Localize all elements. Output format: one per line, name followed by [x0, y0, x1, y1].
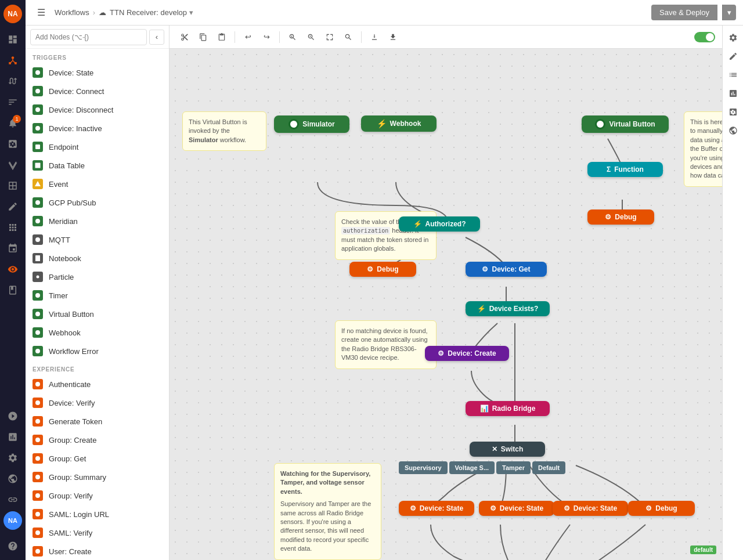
tab-tamper[interactable]: Tamper: [496, 461, 531, 474]
nav-icon-link[interactable]: [3, 490, 22, 509]
sidebar-item-saml-verify[interactable]: SAML: Verify: [26, 523, 169, 542]
dropdown-arrow-icon[interactable]: ▾: [189, 8, 193, 17]
cut-button[interactable]: [176, 29, 193, 45]
sidebar-item-mqtt[interactable]: MQTT: [26, 230, 169, 249]
app-logo[interactable]: NA: [3, 5, 22, 23]
paste-button[interactable]: [214, 29, 230, 45]
nav-icon-settings2[interactable]: [3, 449, 22, 467]
nav-icon-notifications[interactable]: 1: [3, 114, 22, 132]
nav-icon-analytics[interactable]: [3, 428, 22, 446]
nav-icon-pen[interactable]: [3, 197, 22, 216]
sidebar-item-generate-token[interactable]: Generate Token: [26, 412, 169, 431]
nav-icon-help[interactable]: [3, 537, 22, 555]
save-deploy-dropdown[interactable]: ▾: [722, 5, 736, 20]
svg-point-16: [35, 382, 40, 386]
node-device-state-3[interactable]: ⚙ Device: State: [553, 501, 628, 516]
sidebar: ‹ TRIGGERS Device: State Device: Connect…: [26, 26, 169, 560]
enabled-toggle[interactable]: [694, 32, 715, 42]
nav-icon-workflows[interactable]: [3, 72, 22, 91]
nav-icon-grid[interactable]: [3, 218, 22, 237]
right-panel-settings[interactable]: [726, 30, 741, 45]
right-panel-globe[interactable]: [726, 123, 741, 138]
sidebar-item-device-connect[interactable]: Device: Connect: [26, 82, 169, 100]
sidebar-item-device-inactive[interactable]: Device: Inactive: [26, 119, 169, 138]
right-panel-settings2[interactable]: [726, 104, 741, 120]
nav-icon-settings[interactable]: [3, 135, 22, 153]
node-virtual-button[interactable]: Virtual Button: [582, 115, 669, 133]
undo-button[interactable]: ↩: [240, 29, 256, 45]
nav-icon-data[interactable]: [3, 93, 22, 111]
sidebar-item-device-verify[interactable]: Device: Verify: [26, 393, 169, 412]
sidebar-item-group-summary[interactable]: Group: Summary: [26, 468, 169, 486]
sidebar-item-data-table[interactable]: Data Table: [26, 156, 169, 175]
search-input[interactable]: [30, 29, 147, 45]
save-deploy-button[interactable]: Save & Deploy: [651, 5, 717, 20]
node-device-state-2[interactable]: ⚙ Device: State: [479, 501, 554, 516]
sidebar-item-timer[interactable]: Timer: [26, 286, 169, 305]
node-authorized[interactable]: ⚡ Authorized?: [399, 216, 480, 232]
sidebar-item-authenticate[interactable]: Authenticate: [26, 375, 169, 393]
svg-point-12: [35, 293, 40, 298]
node-device-get[interactable]: ⚙ Device: Get: [466, 262, 547, 277]
node-function[interactable]: Σ Function: [587, 162, 663, 177]
experience-section-label: EXPERIENCE: [26, 360, 169, 375]
nav-icon-globe[interactable]: [3, 469, 22, 488]
sidebar-item-device-state[interactable]: Device: State: [26, 63, 169, 82]
node-device-exists[interactable]: ⚡ Device Exists?: [466, 301, 550, 316]
sidebar-item-webhook[interactable]: Webhook: [26, 323, 169, 342]
tab-voltage[interactable]: Voltage S...: [449, 461, 495, 474]
export-button[interactable]: [385, 29, 401, 45]
copy-button[interactable]: [195, 29, 211, 45]
nav-icon-home[interactable]: [3, 30, 22, 49]
sidebar-item-group-create[interactable]: Group: Create: [26, 431, 169, 449]
sidebar-item-event[interactable]: Event: [26, 175, 169, 193]
right-panel-chart[interactable]: [726, 86, 741, 101]
user-avatar[interactable]: NA: [3, 511, 22, 530]
node-webhook[interactable]: ⚡ Webhook: [361, 115, 437, 132]
node-debug-4[interactable]: ⚙ Debug: [628, 501, 695, 516]
node-device-create[interactable]: ⚙ Device: Create: [425, 346, 509, 361]
nav-icon-node-red[interactable]: [3, 407, 22, 425]
sidebar-item-group-get[interactable]: Group: Get: [26, 449, 169, 468]
sidebar-item-workflow-error[interactable]: Workflow Error: [26, 342, 169, 360]
sidebar-item-group-verify[interactable]: Group: Verify: [26, 486, 169, 505]
svg-rect-10: [35, 255, 40, 261]
sidebar-label-gcp-pubsub: GCP Pub/Sub: [49, 198, 96, 207]
zoom-in-button[interactable]: [303, 29, 319, 45]
workflow-canvas[interactable]: This Virtual Button is invoked by the Si…: [169, 49, 722, 560]
breadcrumb-workflows[interactable]: Workflows: [55, 8, 89, 17]
sidebar-item-saml-login-url[interactable]: SAML: Login URL: [26, 505, 169, 523]
right-panel-list[interactable]: [726, 67, 741, 82]
redo-button[interactable]: ↪: [258, 29, 275, 45]
node-debug-function[interactable]: ⚙ Debug: [587, 209, 654, 225]
nav-icon-devices[interactable]: [3, 51, 22, 70]
hamburger-menu[interactable]: ☰: [33, 5, 50, 20]
zoom-out-button[interactable]: [284, 29, 301, 45]
sidebar-item-notebook[interactable]: Notebook: [26, 249, 169, 268]
node-radio-bridge[interactable]: 📊 Radio Bridge: [466, 401, 550, 416]
node-debug-left[interactable]: ⚙ Debug: [349, 262, 416, 277]
tab-supervisory[interactable]: Supervisory: [399, 461, 448, 474]
sidebar-item-virtual-button[interactable]: Virtual Button: [26, 305, 169, 323]
node-simulator[interactable]: Simulator: [274, 115, 349, 133]
tab-default[interactable]: Default: [532, 461, 565, 474]
sidebar-item-device-disconnect[interactable]: Device: Disconnect: [26, 100, 169, 119]
sidebar-label-device-inactive: Device: Inactive: [49, 124, 102, 133]
nav-icon-flow[interactable]: [3, 239, 22, 258]
sidebar-item-user-create[interactable]: User: Create: [26, 542, 169, 560]
node-device-state-1[interactable]: ⚙ Device: State: [399, 501, 474, 516]
sidebar-item-gcp-pubsub[interactable]: GCP Pub/Sub: [26, 193, 169, 212]
nav-icon-notebook[interactable]: [3, 281, 22, 299]
sidebar-item-meridian[interactable]: Meridian: [26, 212, 169, 230]
search-canvas-button[interactable]: [340, 29, 356, 45]
right-panel-pen[interactable]: [726, 49, 741, 64]
nav-icon-table[interactable]: [3, 176, 22, 195]
sidebar-item-particle[interactable]: Particle: [26, 268, 169, 286]
nav-icon-api[interactable]: [3, 156, 22, 174]
fit-view-button[interactable]: [322, 29, 338, 45]
node-switch[interactable]: ✕ Switch: [470, 442, 545, 457]
import-button[interactable]: [366, 29, 383, 45]
sidebar-back-btn[interactable]: ‹: [149, 30, 164, 45]
nav-icon-experience-views[interactable]: [3, 260, 22, 279]
sidebar-item-endpoint[interactable]: Endpoint: [26, 138, 169, 156]
